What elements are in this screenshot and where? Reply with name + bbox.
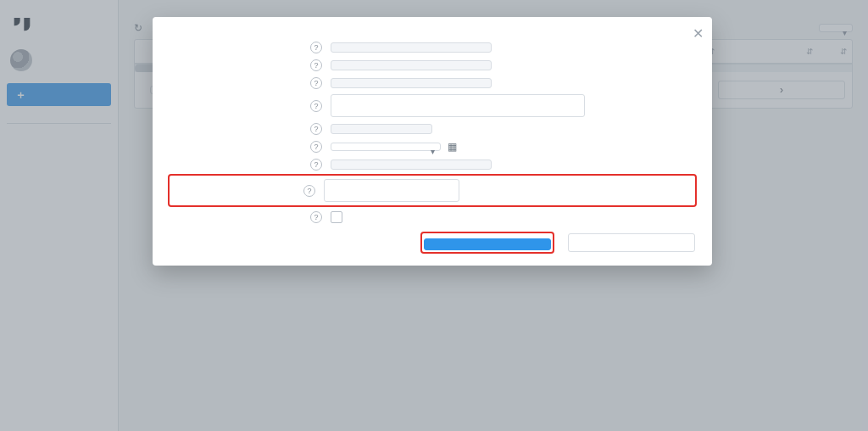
help-icon[interactable]: ? — [310, 123, 322, 135]
debt-cancel-modal: ✕ ? ? ? ? ? ? ▦ ? ? — [153, 17, 712, 266]
deduction-input[interactable] — [324, 179, 459, 202]
cancel-button[interactable] — [568, 233, 695, 252]
help-icon[interactable]: ? — [303, 185, 315, 197]
period-select[interactable] — [331, 143, 441, 151]
comment-input[interactable] — [331, 94, 585, 117]
close-icon[interactable]: ✕ — [693, 25, 704, 42]
apply-button[interactable] — [424, 238, 551, 250]
help-icon[interactable]: ? — [310, 77, 322, 89]
help-icon[interactable]: ? — [310, 211, 322, 223]
help-icon[interactable]: ? — [310, 59, 322, 71]
help-icon[interactable]: ? — [310, 141, 322, 153]
value-payin-stats — [331, 60, 492, 70]
help-icon[interactable]: ? — [310, 100, 322, 112]
value-advertiser — [331, 124, 432, 134]
value-paid-stats — [331, 78, 492, 88]
pub-deduct-checkbox[interactable] — [331, 211, 342, 223]
help-icon[interactable]: ? — [310, 42, 322, 53]
value-debt-period — [331, 160, 492, 170]
calendar-icon[interactable]: ▦ — [448, 141, 457, 153]
apply-highlight — [422, 233, 553, 252]
value-debt-stats — [331, 42, 492, 53]
help-icon[interactable]: ? — [310, 159, 322, 171]
